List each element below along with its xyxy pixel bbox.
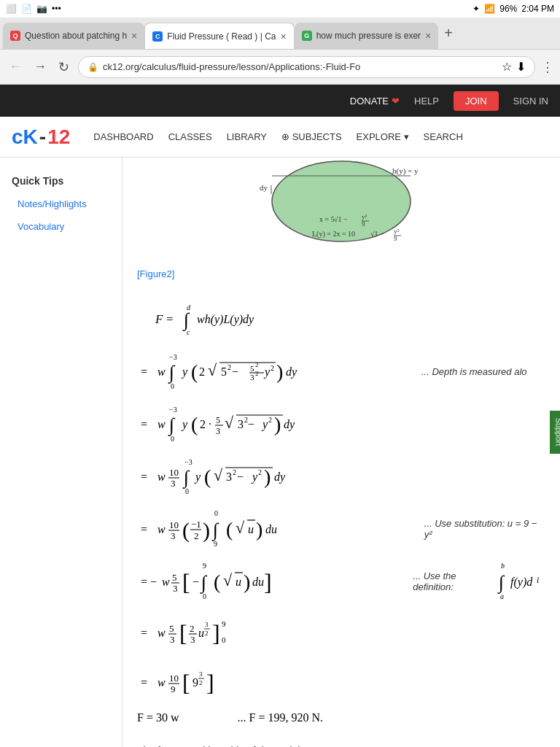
svg-text:0: 0	[185, 487, 189, 495]
svg-text:3: 3	[199, 670, 203, 678]
svg-text:9: 9	[171, 684, 176, 694]
force-result-2: ... F = 199, 920 N.	[237, 711, 322, 724]
svg-text:2: 2	[199, 365, 205, 378]
svg-text:f(y)d: f(y)d	[510, 576, 533, 589]
svg-text:dy: dy	[286, 365, 298, 379]
svg-text:∫: ∫	[182, 467, 190, 489]
browser-menu-button[interactable]: ⋮	[541, 59, 554, 75]
forward-button[interactable]: →	[31, 56, 50, 77]
help-link[interactable]: HELP	[414, 96, 439, 107]
svg-text:2: 2	[205, 630, 209, 637]
svg-text:9: 9	[214, 540, 217, 548]
svg-text:y²: y²	[362, 213, 368, 220]
reload-button[interactable]: ↻	[55, 56, 72, 78]
svg-text:w: w	[158, 676, 166, 689]
svg-text:x = 5: x = 5	[319, 215, 335, 223]
svg-text:w: w	[158, 471, 166, 483]
svg-text:c: c	[187, 328, 190, 336]
nav-explore[interactable]: EXPLORE ▾	[357, 131, 409, 142]
svg-text:9: 9	[203, 562, 206, 570]
svg-text:h(y) = y: h(y) = y	[392, 166, 419, 176]
eq-svg-main: F = d ∫ c wh(y)L(y)dy	[152, 295, 298, 339]
nav-subjects[interactable]: ⊕ SUBJECTS	[281, 131, 342, 142]
svg-text:b: b	[501, 562, 505, 570]
tab-title-1: Question about patching h	[25, 31, 127, 41]
site-logo[interactable]: cK - 12	[12, 125, 70, 149]
svg-text:2: 2	[233, 468, 236, 476]
logo-ck: cK	[12, 125, 38, 149]
svg-text:10: 10	[169, 467, 179, 478]
sidebar: Quick Tips Notes/Highlights Vocabulary	[0, 158, 122, 747]
svg-text:9: 9	[222, 619, 226, 628]
tab-favicon-3: G	[302, 31, 312, 41]
chevron-down-icon: ▾	[404, 131, 409, 142]
heart-icon: ❤	[392, 96, 400, 107]
app-icon-2: 📄	[21, 4, 32, 14]
nav-search[interactable]: SEARCH	[424, 131, 463, 142]
signin-link[interactable]: SIGN IN	[513, 96, 548, 107]
sidebar-title: Quick Tips	[0, 169, 122, 193]
svg-text:): )	[244, 570, 250, 593]
svg-text:wh(y)L(y)dy: wh(y)L(y)dy	[197, 313, 254, 326]
svg-text:u: u	[236, 576, 241, 588]
svg-text:∫: ∫	[211, 519, 219, 541]
svg-text:0: 0	[214, 509, 218, 517]
tab-how-much[interactable]: G how much pressure is exer ×	[295, 23, 439, 49]
nav-classes[interactable]: CLASSES	[168, 131, 212, 142]
url-bar[interactable]: 🔒 ck12.org/calculus/fluid-pressure/lesso…	[78, 56, 535, 78]
tab-close-3[interactable]: ×	[425, 30, 431, 42]
svg-text:y: y	[194, 471, 201, 484]
svg-text:0: 0	[171, 382, 174, 390]
svg-text:√: √	[223, 571, 233, 589]
svg-text:): )	[276, 360, 283, 383]
svg-text:=: =	[141, 523, 147, 535]
content-wrapper: Quick Tips Notes/Highlights Vocabulary d…	[0, 158, 560, 747]
sidebar-link-notes[interactable]: Notes/Highlights	[0, 193, 122, 215]
svg-text:−3: −3	[184, 458, 192, 466]
svg-text:3: 3	[170, 634, 175, 645]
nav-library[interactable]: LIBRARY	[227, 131, 267, 142]
svg-text:]: ]	[264, 569, 272, 595]
svg-text:3: 3	[216, 426, 220, 436]
join-button[interactable]: JOIN	[454, 91, 499, 111]
force-result-1: F = 30 w	[137, 711, 179, 724]
tab-close-1[interactable]: ×	[131, 30, 137, 42]
logo-dash: -	[39, 125, 46, 149]
svg-text:∫: ∫	[168, 362, 176, 384]
math-equations: F = d ∫ c wh(y)L(y)dy = w −3 ∫ 0	[137, 285, 545, 736]
svg-text:u: u	[198, 627, 204, 639]
svg-text:w: w	[162, 576, 170, 588]
svg-text:2 ·: 2 ·	[200, 418, 211, 430]
sidebar-link-vocabulary[interactable]: Vocabulary	[0, 215, 122, 238]
svg-text:dy: dy	[260, 183, 268, 192]
svg-text:2: 2	[255, 370, 259, 377]
svg-text:3: 3	[171, 530, 176, 541]
svg-text:i: i	[537, 575, 539, 585]
new-tab-button[interactable]: +	[438, 25, 459, 42]
status-bar: ⬜ 📄 📷 ••• ✦ 📶 96% 2:04 PM	[0, 0, 560, 18]
annotation-1: ... Depth is measured alo	[421, 366, 527, 377]
tab-question[interactable]: Q Question about patching h ×	[3, 23, 144, 49]
back-button[interactable]: ←	[6, 56, 25, 77]
svg-text:√: √	[225, 414, 234, 432]
app-icon-1: ⬜	[6, 4, 17, 14]
support-tab[interactable]: Support	[551, 411, 560, 454]
svg-text:−: −	[192, 576, 199, 588]
donate-label: DONATE	[350, 96, 389, 107]
url-text: ck12.org/calculus/fluid-pressure/lesson/…	[103, 61, 497, 72]
nav-dashboard[interactable]: DASHBOARD	[93, 131, 153, 142]
svg-text:a: a	[500, 592, 504, 600]
address-bar: ← → ↻ 🔒 ck12.org/calculus/fluid-pressure…	[0, 50, 560, 85]
tab-favicon-2: C	[152, 31, 163, 42]
tab-close-2[interactable]: ×	[280, 31, 286, 42]
svg-text:−1: −1	[191, 519, 201, 530]
svg-text:y²: y²	[394, 228, 400, 235]
svg-text:[: [	[179, 620, 187, 646]
svg-text:0: 0	[222, 635, 226, 644]
svg-text:5: 5	[250, 364, 254, 373]
svg-text:y: y	[251, 471, 258, 484]
donate-button[interactable]: DONATE ❤	[350, 96, 400, 107]
status-right: ✦ 📶 96% 2:04 PM	[472, 4, 554, 14]
svg-text:2: 2	[271, 364, 274, 372]
tab-fluid-pressure[interactable]: C Fluid Pressure ( Read ) | Ca ×	[144, 23, 294, 49]
